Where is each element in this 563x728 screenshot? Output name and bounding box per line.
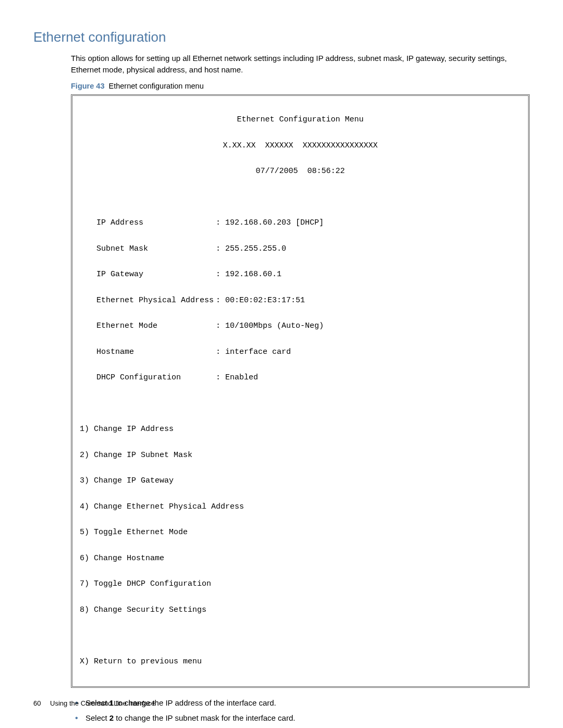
list-item: Select 2 to change the IP subnet mask fo… xyxy=(71,712,530,723)
page-number: 60 xyxy=(33,699,41,707)
terminal-row: Ethernet Mode: 10/100Mbps (Auto-Neg) xyxy=(78,320,523,333)
terminal-screen: Ethernet Configuration Menu X.XX.XX XXXX… xyxy=(71,94,530,688)
terminal-row: Ethernet Physical Address: 00:E0:02:E3:1… xyxy=(78,294,523,307)
intro-paragraph: This option allows for setting up all Et… xyxy=(71,53,530,76)
terminal-exit-option: X) Return to previous menu xyxy=(78,656,523,669)
terminal-menu-option: 8) Change Security Settings xyxy=(78,604,523,617)
terminal-row: Subnet Mask: 255.255.255.0 xyxy=(78,243,523,256)
terminal-menu-option: 7) Toggle DHCP Configuration xyxy=(78,578,523,591)
terminal-menu-option: 3) Change IP Gateway xyxy=(78,475,523,488)
figure-label: Figure 43 xyxy=(71,82,104,90)
terminal-row: IP Address: 192.168.60.203 [DHCP] xyxy=(78,217,523,230)
page-footer: 60 Using the Command Line Interface xyxy=(33,699,155,707)
terminal-row: IP Gateway: 192.168.60.1 xyxy=(78,268,523,281)
terminal-version-line: X.XX.XX XXXXXX XXXXXXXXXXXXXXXX xyxy=(78,140,523,153)
terminal-row: Hostname: interface card xyxy=(78,346,523,359)
terminal-menu-option: 1) Change IP Address xyxy=(78,423,523,436)
terminal-datetime: 07/7/2005 08:56:22 xyxy=(78,165,523,178)
figure-caption: Figure 43 Ethernet configuration menu xyxy=(71,82,530,90)
terminal-menu-option: 5) Toggle Ethernet Mode xyxy=(78,526,523,539)
terminal-menu-option: 2) Change IP Subnet Mask xyxy=(78,449,523,462)
terminal-menu-option: 4) Change Ethernet Physical Address xyxy=(78,501,523,514)
section-heading: Ethernet configuration xyxy=(33,29,530,45)
chapter-title: Using the Command Line Interface xyxy=(50,699,155,707)
terminal-title: Ethernet Configuration Menu xyxy=(78,114,523,127)
terminal-menu-option: 6) Change Hostname xyxy=(78,552,523,565)
terminal-row: DHCP Configuration: Enabled xyxy=(78,372,523,385)
